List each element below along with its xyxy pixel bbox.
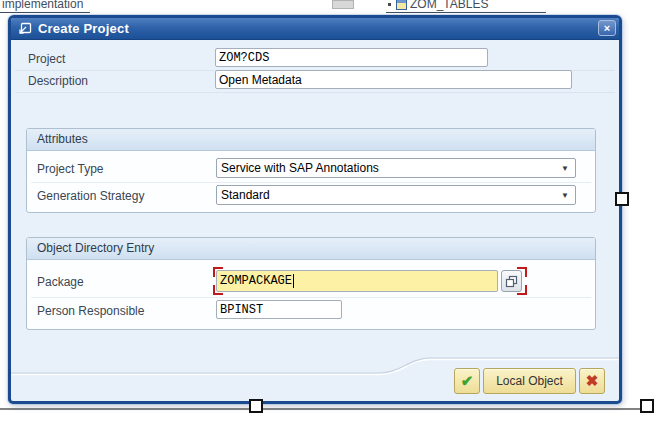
cancel-x-icon: ✖	[586, 372, 599, 390]
project-input[interactable]	[215, 48, 488, 67]
person-responsible-input[interactable]	[216, 300, 342, 319]
local-object-label: Local Object	[496, 374, 563, 388]
cancel-button[interactable]: ✖	[579, 368, 605, 394]
dropdown-arrow-icon: ▼	[561, 191, 575, 200]
text-caret	[293, 274, 294, 288]
checkmark-icon: ✔	[461, 372, 474, 390]
background-scrollbar-fragment	[332, 0, 354, 9]
local-object-button[interactable]: Local Object	[483, 368, 576, 394]
attributes-group-header: Attributes	[27, 129, 595, 151]
project-type-label: Project Type	[37, 162, 103, 176]
tree-bullet-icon	[388, 3, 391, 6]
possible-entries-icon	[505, 275, 518, 288]
person-responsible-label: Person Responsible	[37, 304, 144, 318]
dialog-title: Create Project	[38, 21, 129, 36]
package-input[interactable]: ZOMPACKAGE	[216, 270, 498, 292]
attributes-group: Attributes Project Type Service with SAP…	[26, 128, 596, 213]
create-project-dialog: Create Project × Project Description Att…	[8, 15, 622, 404]
background-underline-right	[386, 12, 546, 13]
create-dialog-icon	[17, 22, 32, 36]
selection-handle-bottom-center[interactable]	[249, 399, 263, 413]
project-type-select[interactable]: Service with SAP Annotations ▼	[216, 158, 576, 178]
background-horizontal-line	[0, 408, 654, 410]
generation-strategy-label: Generation Strategy	[37, 189, 144, 203]
project-type-value: Service with SAP Annotations	[217, 161, 561, 175]
object-directory-group-header: Object Directory Entry	[27, 238, 595, 260]
close-icon: ×	[604, 22, 610, 34]
generation-strategy-value: Standard	[217, 188, 561, 202]
dropdown-arrow-icon: ▼	[561, 164, 575, 173]
screen: implementation ZOM_TABLES Create Project…	[0, 0, 654, 426]
close-button[interactable]: ×	[598, 20, 616, 36]
package-label: Package	[37, 275, 84, 289]
description-label: Description	[28, 74, 88, 88]
project-label: Project	[28, 52, 65, 66]
continue-button[interactable]: ✔	[454, 368, 480, 394]
dialog-titlebar[interactable]: Create Project ×	[11, 18, 619, 40]
background-text: implementation	[2, 0, 83, 11]
value-help-button[interactable]	[501, 270, 522, 292]
package-field-focus-frame: ZOMPACKAGE	[213, 267, 527, 295]
row-separator	[31, 182, 591, 183]
row-separator	[15, 92, 615, 93]
description-input[interactable]	[215, 70, 572, 89]
tree-item-label: ZOM_TABLES	[410, 0, 488, 11]
package-value: ZOMPACKAGE	[220, 274, 292, 288]
selection-handle-bottom-right[interactable]	[640, 399, 654, 413]
generation-strategy-select[interactable]: Standard ▼	[216, 185, 576, 205]
table-icon	[396, 0, 407, 10]
row-separator	[31, 297, 591, 298]
selection-handle-right[interactable]	[615, 192, 629, 206]
background-underline-left	[0, 12, 90, 13]
object-directory-group: Object Directory Entry Package ZOMPACKAG…	[26, 237, 596, 330]
